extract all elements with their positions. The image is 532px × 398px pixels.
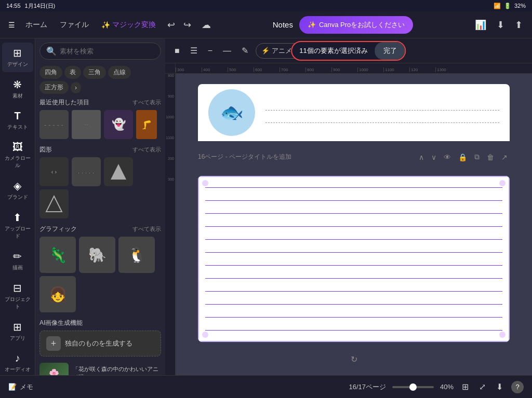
page-indicator: 16/17ページ <box>349 382 386 392</box>
minus-button[interactable]: − <box>205 43 216 59</box>
ruler-mark: 1000 <box>357 67 383 72</box>
tag-more[interactable]: › <box>71 82 81 93</box>
sidebar-item-brand[interactable]: ◈ ブランド <box>2 175 33 205</box>
magic-button[interactable]: ✨ マジック変換 <box>97 17 160 33</box>
top-lines-area <box>265 102 499 123</box>
recent-item-4[interactable]: 🦵 <box>136 110 157 139</box>
line <box>205 291 502 292</box>
layout-button[interactable]: ☰ <box>187 43 201 59</box>
graphic-item-4[interactable]: 👧 <box>39 276 76 312</box>
tag-square2[interactable]: 正方形 <box>39 81 69 94</box>
sidebar-item-material[interactable]: ❋ 素材 <box>2 74 33 104</box>
file-button[interactable]: ファイル <box>56 17 93 33</box>
canvas-viewport[interactable]: 🐟 16ページ - ページタイトルを追加 <box>176 74 532 375</box>
ruler-mark: 700 <box>280 67 305 72</box>
graphics-header: グラフィック すべて表示 <box>39 225 161 234</box>
ai-header: AI画像生成機能 <box>39 319 161 327</box>
page-eye-btn[interactable]: 👁 <box>442 152 453 162</box>
sidebar-item-text[interactable]: T テキスト <box>2 106 33 135</box>
menu-button[interactable]: ☰ <box>6 19 17 31</box>
page-delete-btn[interactable]: 🗑 <box>485 152 496 162</box>
page-lock-btn[interactable]: 🔒 <box>456 152 469 162</box>
tag-square[interactable]: 四角 <box>39 66 62 79</box>
memo-button[interactable]: 📝 メモ <box>8 382 33 392</box>
search-input[interactable] <box>60 47 154 55</box>
redo-button[interactable]: ↪ <box>180 16 194 34</box>
svg-marker-0 <box>111 164 126 180</box>
ai-item-1[interactable]: 🌸 「花が咲く森の中のかわいいアニメ猫」 <box>39 361 161 375</box>
graphics-show-all[interactable]: すべて表示 <box>132 225 161 233</box>
page-down-btn[interactable]: ∨ <box>429 152 438 162</box>
undo-button[interactable]: ↩ <box>164 16 178 34</box>
sidebar-item-camera[interactable]: 🖼 カメラロール <box>2 137 33 173</box>
expand-button[interactable]: ⤢ <box>477 380 488 394</box>
recent-item-2[interactable]: ⋯ <box>72 110 101 139</box>
cloud-button[interactable]: ☁ <box>198 16 214 34</box>
page-add-btn[interactable]: ↗ <box>499 152 510 162</box>
page-block-16-top: 🐟 <box>198 84 510 141</box>
stop-button[interactable]: ■ <box>171 43 183 59</box>
download-button[interactable]: ⬇ <box>494 16 508 34</box>
canvas-page-16[interactable] <box>198 176 510 342</box>
undo-redo-group: ↩ ↪ <box>164 16 194 34</box>
tag-table[interactable]: 表 <box>64 66 81 79</box>
shape-item-2[interactable]: . . . . . <box>72 157 101 186</box>
shapes-show-all[interactable]: すべて表示 <box>132 146 161 154</box>
tag-dotline[interactable]: 点線 <box>108 66 131 79</box>
help-button[interactable]: ? <box>511 381 524 393</box>
ruler-mark: 800 <box>305 67 331 72</box>
graphic-item-1[interactable]: 🦎 <box>39 237 76 273</box>
page-up-btn[interactable]: ∧ <box>417 152 426 162</box>
sidebar-item-app[interactable]: ⊞ アプリ <box>2 317 33 346</box>
sidebar-label-upload: アップロード <box>4 225 31 240</box>
battery-icon: 🔋 <box>504 3 511 9</box>
canvas-area: ■ ☰ − — ✎ ⚡ アニメート 11個の要素が選択済み 完了 300 <box>165 38 532 375</box>
corner-bottom-left <box>202 332 208 338</box>
graphic-item-3[interactable]: 🐧 <box>118 237 155 273</box>
page-16-top[interactable]: 🐟 <box>198 84 510 141</box>
home-button[interactable]: ホーム <box>21 17 51 33</box>
ai-generate-button[interactable]: + 独自のものを生成する <box>39 331 161 356</box>
upload-icon: ⬆ <box>13 211 22 224</box>
ruler-corner <box>165 63 176 74</box>
animate-icon: ⚡ <box>261 47 270 54</box>
recent-item-3[interactable]: 👻 <box>104 110 133 139</box>
ruler-marks-h: 300 400 500 600 700 800 900 1000 1100 12… <box>176 67 461 72</box>
refresh-button[interactable]: ↻ <box>351 354 357 364</box>
camera-icon: 🖼 <box>12 141 23 153</box>
pen-button[interactable]: ✎ <box>238 43 251 59</box>
shape-item-3[interactable] <box>104 157 133 186</box>
ai-title: AI画像生成機能 <box>39 319 83 327</box>
status-right: 📶 🔋 32% <box>494 3 526 9</box>
tag-triangle[interactable]: 三角 <box>83 66 106 79</box>
left-panel: 🔍 四角 表 三角 点線 正方形 › 最近使用した項目 すべて表示 - - - … <box>35 38 165 375</box>
sidebar-item-project[interactable]: ⊟ プロジェクト <box>2 278 33 314</box>
zoom-slider[interactable] <box>392 386 434 388</box>
done-button[interactable]: 完了 <box>375 42 405 60</box>
sidebar-label-design: デザイン <box>7 61 28 68</box>
sidebar-label-camera: カメラロール <box>4 155 31 169</box>
line <box>205 265 502 266</box>
ai-plus-icon: + <box>46 336 61 351</box>
line <box>205 213 502 214</box>
grid-view-button[interactable]: ⊞ <box>460 380 471 394</box>
wifi-icon: 📶 <box>494 3 501 9</box>
sidebar-item-audio[interactable]: ♪ オーディオ <box>2 348 33 375</box>
recent-item-1[interactable]: - - - - - <box>39 110 69 139</box>
graphics-section: グラフィック すべて表示 🦎 🐘 🐧 👧 <box>39 225 161 312</box>
graphic-item-2[interactable]: 🐘 <box>79 237 115 273</box>
dotted-line <box>265 102 499 111</box>
sidebar-item-draw[interactable]: ✏ 描画 <box>2 246 33 276</box>
analytics-button[interactable]: 📊 <box>472 16 489 34</box>
sidebar-item-design[interactable]: ⊞ デザイン <box>2 43 33 72</box>
shape-item-4[interactable] <box>39 189 69 218</box>
bottom-download-button[interactable]: ⬇ <box>494 380 505 394</box>
recent-show-all[interactable]: すべて表示 <box>132 99 161 106</box>
ruler-mark: 400 <box>202 67 228 72</box>
sidebar-item-upload[interactable]: ⬆ アップロード <box>2 207 33 244</box>
share-button[interactable]: ⬆ <box>512 16 526 34</box>
page-copy-btn[interactable]: ⧉ <box>472 152 482 162</box>
line-button[interactable]: — <box>220 43 234 59</box>
shape-item-1[interactable]: ‹ › <box>39 157 69 186</box>
canva-pro-button[interactable]: ✨ Canva Proをお試しください <box>299 16 413 34</box>
